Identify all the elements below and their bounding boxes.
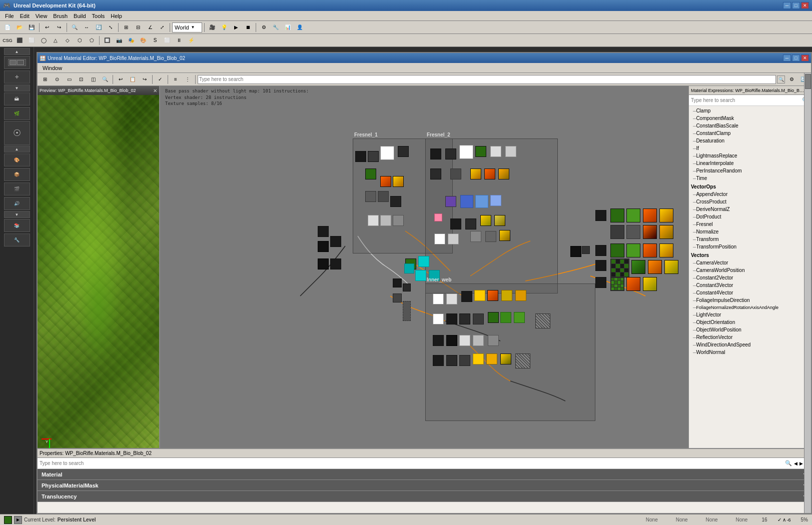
iw-r2-green3[interactable]	[514, 312, 525, 323]
mat-tb-redo[interactable]: 📋	[127, 74, 138, 85]
expr-appendvector[interactable]: AppendVector	[689, 190, 811, 198]
node-f2-r3-y2[interactable]	[494, 215, 505, 226]
menu-edit[interactable]: Edit	[17, 12, 33, 20]
node-f1-gray4[interactable]	[393, 215, 404, 226]
tb2-btn6[interactable]: ◇	[62, 35, 73, 46]
expr-constant4vector[interactable]: Constant4Vector	[689, 289, 811, 296]
right-r4-g1[interactable]	[631, 260, 645, 274]
node-f2-w2[interactable]	[490, 146, 501, 157]
props-back-btn[interactable]: ◀	[794, 461, 797, 466]
close-button[interactable]: ✕	[801, 2, 809, 9]
expr-lightmassreplace[interactable]: LightmassReplace	[689, 152, 811, 160]
tb2-btn16[interactable]: ⚡	[186, 35, 197, 46]
node-cyan2[interactable]	[404, 264, 414, 274]
mat-maximize[interactable]: □	[792, 54, 800, 62]
node-f2-r3-2[interactable]	[465, 218, 476, 230]
expr-componentmask[interactable]: ComponentMask	[689, 114, 811, 122]
sidebar-scroll-down[interactable]: ▼	[4, 211, 30, 218]
iw-r2-d2[interactable]	[459, 314, 470, 324]
statusbar-play-btn[interactable]: ▶	[14, 516, 22, 524]
expr-constant3vector[interactable]: Constant3Vector	[689, 282, 811, 289]
sidebar-btn-book[interactable]: 📚	[4, 219, 30, 232]
right-g2[interactable]	[626, 208, 640, 222]
right-r3-y1[interactable]	[659, 244, 673, 258]
expr-scroll-thumb[interactable]	[805, 86, 811, 89]
world-dropdown-container[interactable]: World ▼	[172, 22, 202, 32]
menu-brush[interactable]: Brush	[50, 12, 71, 20]
iw-y3[interactable]	[515, 290, 526, 301]
mat-tb-flat[interactable]: ≡	[170, 74, 181, 85]
expr-objectworldposition[interactable]: ObjectWorldPosition	[689, 326, 811, 334]
tb2-btn12[interactable]: 🎨	[138, 35, 149, 46]
rotate-btn[interactable]: 🔄	[93, 22, 104, 33]
mat-tb-save[interactable]: ↪	[139, 74, 150, 85]
node-sm-3[interactable]	[393, 294, 402, 302]
node-f2-green[interactable]	[475, 146, 486, 157]
mat-search-box[interactable]	[198, 75, 776, 84]
mat-tb-grid[interactable]: ⊞	[40, 74, 51, 85]
iw-w2[interactable]	[446, 294, 457, 304]
open-btn[interactable]: 📂	[14, 22, 25, 33]
expr-foliagenormalized[interactable]: FoliageNormalizedRotationAxisAndAngle	[689, 304, 811, 311]
mat-tb-undo[interactable]: ↩	[115, 74, 126, 85]
expr-derivenormalz[interactable]: DeriveNormalZ	[689, 206, 811, 213]
node-f1-gray1[interactable]	[365, 191, 376, 202]
expr-constant2vector[interactable]: Constant2Vector	[689, 274, 811, 282]
right-r4-o1[interactable]	[648, 260, 662, 274]
node-f2-purple[interactable]	[445, 196, 456, 207]
node-f2-r4-g1[interactable]	[470, 231, 481, 242]
node-left-1[interactable]	[318, 226, 329, 237]
node-f1-gray2[interactable]	[378, 191, 389, 202]
props-physicalmaterial-section[interactable]: PhysicalMaterialMask ▼	[38, 480, 811, 491]
node-f2-r4-y1[interactable]	[499, 230, 510, 241]
right-r5-d1[interactable]	[595, 277, 606, 288]
node-left-2[interactable]	[318, 241, 329, 252]
iw-w1[interactable]	[433, 294, 444, 304]
iw-r3-w2[interactable]	[473, 335, 484, 346]
tb2-btn14[interactable]: ⬜	[162, 35, 173, 46]
tb2-btn9[interactable]: 🔲	[102, 35, 113, 46]
grid-btn[interactable]: ⊟	[133, 22, 144, 33]
right-r5-o1[interactable]	[626, 277, 640, 291]
mat-tb-sphere[interactable]: ⊙	[52, 74, 63, 85]
node-f2-pink[interactable]	[434, 214, 442, 222]
tb2-btn8[interactable]: ⬠	[86, 35, 97, 46]
iw-r3-d2[interactable]	[446, 335, 457, 346]
mat-tb-cylinder[interactable]: ◫	[88, 74, 99, 85]
node-sm-2[interactable]	[403, 284, 411, 292]
node-f1-orange[interactable]	[380, 176, 391, 187]
node-sm-4[interactable]	[403, 301, 411, 321]
node-f2-w3[interactable]	[505, 146, 516, 157]
expr-constantclamp[interactable]: ConstantClamp	[689, 130, 811, 137]
expr-if[interactable]: If	[689, 144, 811, 152]
iw-y2[interactable]	[501, 290, 512, 301]
iw-r2-green[interactable]	[488, 312, 499, 323]
expr-foliageimpulsedirection[interactable]: FoliageImpulseDirection	[689, 296, 811, 304]
tb2-btn4[interactable]: ◯	[38, 35, 49, 46]
expr-reflectionvector[interactable]: ReflectionVector	[689, 334, 811, 341]
right-grid[interactable]	[610, 258, 629, 278]
sidebar-btn-actor[interactable]: ☉	[4, 121, 30, 145]
node-f2-blue3[interactable]	[490, 195, 501, 206]
sidebar-btn-anim[interactable]: 🎬	[4, 182, 30, 196]
sidebar-scroll-mid[interactable]: ▼	[4, 84, 30, 92]
new-btn[interactable]: 📄	[2, 22, 13, 33]
right-r2-y1[interactable]	[659, 225, 673, 239]
iw-hatch2[interactable]	[515, 354, 530, 368]
angle-btn[interactable]: ∠	[145, 22, 156, 33]
expr-scrollbar[interactable]	[804, 86, 811, 448]
iw-y1[interactable]	[474, 290, 485, 301]
iw-r4-d3[interactable]	[459, 355, 470, 366]
scale2-btn[interactable]: ⤢	[157, 22, 168, 33]
sidebar-btn-camera[interactable]	[4, 56, 30, 69]
iw-r4-y3[interactable]	[500, 354, 511, 364]
tb2-btn10[interactable]: 📷	[114, 35, 125, 46]
expr-transformposition[interactable]: TransformPosition	[689, 243, 811, 250]
maximize-button[interactable]: □	[792, 2, 800, 9]
node-left-4[interactable]	[318, 258, 329, 270]
iw-r2-w1[interactable]	[433, 314, 444, 324]
menu-view[interactable]: View	[33, 12, 51, 20]
play-btn[interactable]: ▶	[231, 22, 242, 33]
props-search-icon[interactable]: 🔍	[785, 460, 792, 466]
node-f1-1[interactable]	[355, 151, 366, 162]
